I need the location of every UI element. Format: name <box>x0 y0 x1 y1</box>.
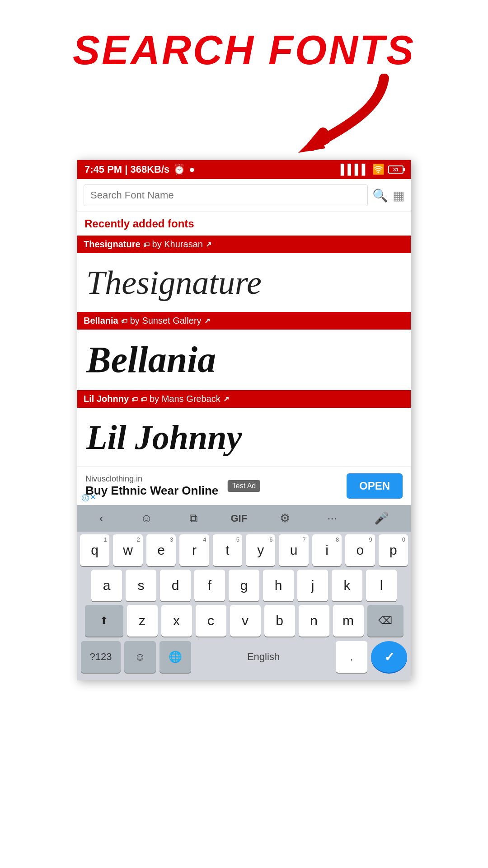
font-preview-liljohnny: Lil Johnny <box>77 408 411 467</box>
status-left: 7:45 PM | 368KB/s ⏰ ● <box>84 164 195 175</box>
font-name-thesignature: Thesignature <box>84 239 141 250</box>
key-q[interactable]: 1q <box>80 534 109 566</box>
keyboard-row-1: 1q 2w 3e 4r 5t 6y 7u 8i 9o 0p <box>80 534 408 566</box>
key-emoji[interactable]: ☺ <box>124 641 156 673</box>
arrow-icon <box>253 74 398 164</box>
key-p[interactable]: 0p <box>379 534 408 566</box>
key-y[interactable]: 6y <box>246 534 275 566</box>
key-f[interactable]: f <box>194 570 225 601</box>
wifi-icon: 🛜 <box>372 164 385 175</box>
key-shift[interactable]: ⬆ <box>85 605 123 637</box>
key-m[interactable]: m <box>333 605 364 637</box>
key-x[interactable]: x <box>161 605 192 637</box>
key-n[interactable]: n <box>299 605 329 637</box>
page-header: SEARCH FONTS <box>0 0 488 87</box>
external-link-icon2[interactable]: ↗ <box>204 316 210 325</box>
ad-site: Nivusclothing.in <box>85 474 218 484</box>
search-input[interactable] <box>84 184 368 206</box>
ad-close-icon[interactable]: ✕ <box>90 493 96 501</box>
key-num-switch[interactable]: ?123 <box>81 641 121 673</box>
key-enter[interactable]: ✓ <box>371 641 407 673</box>
key-a[interactable]: a <box>91 570 122 601</box>
ad-content: Nivusclothing.in Buy Ethnic Wear Online <box>85 474 218 498</box>
ad-test-badge: Test Ad <box>228 480 260 492</box>
font-item-liljohnny: Lil Johnny 🏷 🏷 by Mans Greback ↗ Lil Joh… <box>77 390 411 467</box>
keyboard-back-button[interactable]: ‹ <box>95 509 108 527</box>
phone-frame: 7:45 PM | 368KB/s ⏰ ● ▌▌▌▌ 🛜 31 🔍 ▦ Rece… <box>77 160 411 680</box>
font-tag-icon4: 🏷 <box>141 396 147 403</box>
key-h[interactable]: h <box>263 570 294 601</box>
signal-icon: ▌▌▌▌ <box>341 164 369 175</box>
font-item-bellania: Bellania 🏷 by Sunset Gallery ↗ Bellania <box>77 312 411 390</box>
key-globe[interactable]: 🌐 <box>160 641 191 673</box>
font-item-thesignature: Thesignature 🏷 by Khurasan ↗ Thesignatur… <box>77 236 411 312</box>
key-e[interactable]: 3e <box>146 534 176 566</box>
key-d[interactable]: d <box>160 570 191 601</box>
key-delete[interactable]: ⌫ <box>367 605 404 637</box>
search-bar[interactable]: 🔍 ▦ <box>77 179 411 212</box>
key-space[interactable]: English <box>195 641 332 673</box>
key-k[interactable]: k <box>332 570 362 601</box>
font-header-bellania: Bellania 🏷 by Sunset Gallery ↗ <box>77 312 411 330</box>
key-j[interactable]: j <box>297 570 328 601</box>
key-u[interactable]: 7u <box>279 534 308 566</box>
key-t[interactable]: 5t <box>213 534 242 566</box>
font-header-liljohnny: Lil Johnny 🏷 🏷 by Mans Greback ↗ <box>77 390 411 408</box>
keyboard-clipboard-button[interactable]: ⧉ <box>185 509 202 527</box>
key-g[interactable]: g <box>229 570 259 601</box>
keyboard-gif-button[interactable]: GIF <box>230 513 247 524</box>
key-s[interactable]: s <box>126 570 156 601</box>
keyboard-more-button[interactable]: ··· <box>323 509 342 527</box>
font-tag-icon2: 🏷 <box>121 317 127 325</box>
ad-text: Buy Ethnic Wear Online <box>85 484 218 498</box>
keyboard: 1q 2w 3e 4r 5t 6y 7u 8i 9o 0p a s d f g … <box>77 532 411 680</box>
ad-banner: Nivusclothing.in Buy Ethnic Wear Online … <box>77 467 411 505</box>
font-tag-icon: 🏷 <box>143 241 150 248</box>
font-name-bellania: Bellania <box>84 316 118 326</box>
keyboard-mic-button[interactable]: 🎤 <box>370 509 393 527</box>
key-z[interactable]: z <box>127 605 158 637</box>
search-icon[interactable]: 🔍 <box>372 188 388 203</box>
page-title: SEARCH FONTS <box>0 27 488 74</box>
key-dot[interactable]: . <box>336 641 367 673</box>
key-w[interactable]: 2w <box>113 534 142 566</box>
font-tag-icon3: 🏷 <box>131 396 138 403</box>
font-preview-thesignature: Thesignature <box>77 253 411 312</box>
key-v[interactable]: v <box>230 605 261 637</box>
time-display: 7:45 PM | 368KB/s <box>84 164 169 175</box>
keyboard-bottom-row: ?123 ☺ 🌐 English . ✓ <box>77 637 411 680</box>
battery-icon: 31 <box>388 165 404 174</box>
status-right: ▌▌▌▌ 🛜 31 <box>341 164 404 175</box>
ad-info-icon: ⓘ <box>82 494 89 501</box>
font-preview-bellania: Bellania <box>77 330 411 390</box>
whatsapp-icon: ● <box>189 164 195 175</box>
key-o[interactable]: 9o <box>345 534 375 566</box>
grid-view-icon[interactable]: ▦ <box>393 188 404 203</box>
recently-added-header: Recently added fonts <box>77 212 411 236</box>
key-i[interactable]: 8i <box>312 534 342 566</box>
key-l[interactable]: l <box>366 570 397 601</box>
keyboard-rows: 1q 2w 3e 4r 5t 6y 7u 8i 9o 0p a s d f g … <box>77 532 411 637</box>
keyboard-row-2: a s d f g h j k l <box>80 570 408 601</box>
arrow-annotation <box>0 87 488 160</box>
key-b[interactable]: b <box>264 605 295 637</box>
external-link-icon[interactable]: ↗ <box>206 240 211 249</box>
keyboard-settings-button[interactable]: ⚙ <box>275 509 295 527</box>
keyboard-emoji-toolbar-button[interactable]: ☺ <box>136 509 157 527</box>
keyboard-toolbar: ‹ ☺ ⧉ GIF ⚙ ··· 🎤 <box>77 505 411 532</box>
key-r[interactable]: 4r <box>179 534 209 566</box>
alarm-icon: ⏰ <box>173 164 185 175</box>
external-link-icon3[interactable]: ↗ <box>223 395 229 403</box>
ad-open-button[interactable]: OPEN <box>347 473 403 499</box>
key-c[interactable]: c <box>196 605 226 637</box>
keyboard-row-3: ⬆ z x c v b n m ⌫ <box>80 605 408 637</box>
font-header-thesignature: Thesignature 🏷 by Khurasan ↗ <box>77 236 411 253</box>
font-name-liljohnny: Lil Johnny <box>84 394 129 404</box>
